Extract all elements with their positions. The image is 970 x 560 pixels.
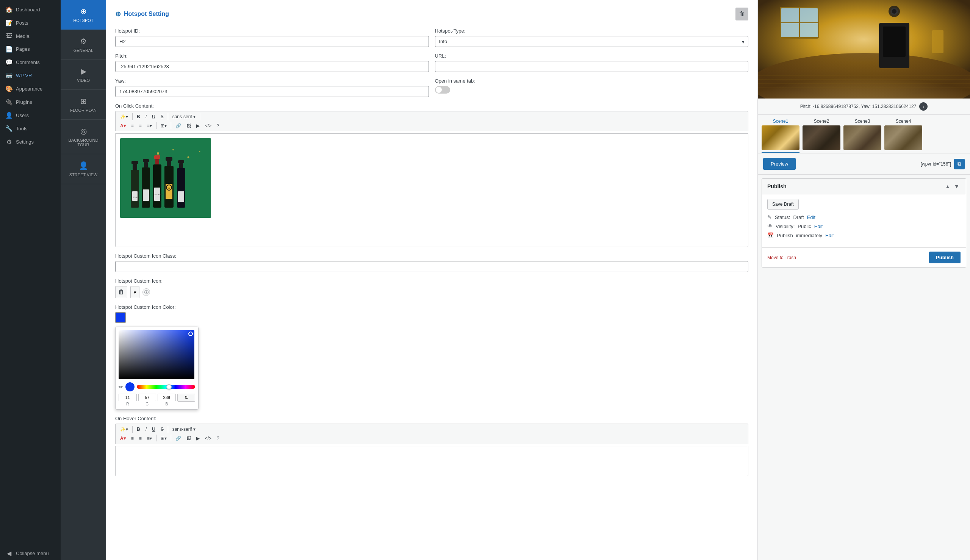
toolbar-textcolor-btn[interactable]: A▾ [118, 122, 128, 130]
panel-item-hotspot[interactable]: ⊕ HOTSPOT [61, 0, 106, 30]
sidebar-item-posts[interactable]: 📝 Posts [0, 16, 61, 30]
preview-button[interactable]: Preview [763, 158, 796, 170]
custom-icon-class-label: Hotspot Custom Icon Class: [115, 253, 748, 259]
toolbar-magic-btn[interactable]: ✨▾ [118, 113, 130, 120]
svg-rect-7 [133, 164, 137, 170]
copy-shortcode-button[interactable]: ⧉ [954, 159, 965, 169]
toolbar-h-textcolor-btn[interactable]: A▾ [118, 435, 128, 442]
g-input[interactable] [138, 394, 157, 401]
sidebar-item-wpvr[interactable]: 🥽 WP VR [0, 69, 61, 82]
toolbar-strike-btn[interactable]: S̶ [158, 113, 166, 120]
toolbar-underline-btn[interactable]: U [150, 113, 158, 120]
eyedropper-button[interactable]: ✏ [118, 384, 123, 390]
arrow-down-button[interactable]: ↓ [919, 102, 928, 111]
sidebar-item-comments[interactable]: 💬 Comments [0, 56, 61, 69]
sidebar-item-settings[interactable]: ⚙ Settings [0, 135, 61, 148]
hotspot-id-input[interactable] [115, 36, 429, 47]
color-gradient[interactable] [118, 330, 194, 379]
scene4-thumbnail [884, 125, 922, 150]
toolbar-h-underline-btn[interactable]: U [150, 425, 158, 433]
url-input[interactable] [435, 61, 749, 72]
toolbar-ul-btn[interactable]: ≡ [129, 122, 136, 130]
publish-button[interactable]: Publish [929, 252, 960, 263]
status-edit-link[interactable]: Edit [807, 215, 815, 220]
rgb-mode-button[interactable]: ⇅ [177, 394, 195, 402]
hotspot-type-select[interactable]: Info URL Scene Video [435, 36, 749, 47]
b-input[interactable] [158, 394, 176, 401]
panel-item-video[interactable]: ▶ VIDEO [61, 60, 106, 90]
toolbar-h-magic-btn[interactable]: ✨▾ [118, 425, 130, 433]
hotspot-id-label: Hotspot ID: [115, 28, 429, 34]
toolbar-sep-5 [171, 122, 171, 129]
toolbar-h-table-btn[interactable]: ⊞▾ [158, 435, 169, 442]
toolbar-h-align-btn[interactable]: ≡▾ [145, 435, 154, 442]
panel-sidebar: ⊕ HOTSPOT ⚙ GENERAL ▶ VIDEO ⊞ FLOOR PLAN… [61, 0, 106, 560]
toolbar-image-btn[interactable]: 🖼 [184, 122, 193, 130]
delete-hotspot-button[interactable]: 🗑 [735, 8, 748, 20]
yaw-input[interactable] [115, 86, 429, 97]
panel-item-bgtour[interactable]: ◎ BACKGROUND TOUR [61, 120, 106, 154]
panel-item-streetview[interactable]: 👤 STREET VIEW [61, 154, 106, 184]
toolbar-media-btn[interactable]: ▶ [194, 122, 202, 130]
collapse-down-button[interactable]: ▼ [953, 183, 960, 190]
editor-body-onclick[interactable]: JONS BOURGOG [115, 133, 748, 247]
toolbar-h-help-btn[interactable]: ? [215, 435, 222, 442]
toolbar-help-btn[interactable]: ? [215, 122, 222, 130]
move-to-trash-link[interactable]: Move to Trash [767, 255, 796, 260]
toolbar-h-ul-btn[interactable]: ≡ [129, 435, 136, 442]
hue-thumb[interactable] [166, 384, 172, 390]
sidebar-item-media[interactable]: 🖼 Media [0, 30, 61, 42]
toolbar-bold-btn[interactable]: B [135, 113, 142, 120]
timing-edit-link[interactable]: Edit [825, 233, 833, 238]
scene-tab-1[interactable]: Scene1 [762, 118, 800, 153]
toolbar-link-btn[interactable]: 🔗 [173, 122, 183, 130]
sidebar-item-label: Tools [16, 126, 27, 132]
scene-tab-3[interactable]: Scene3 [843, 118, 881, 153]
panel-item-general[interactable]: ⚙ GENERAL [61, 30, 106, 60]
editor-toolbar-hover: ✨▾ B I U S̶ sans-serif ▾ A▾ ≡ ≡ ≡▾ ⊞▾ 🔗 [115, 423, 748, 444]
toolbar-h-code-btn[interactable]: </> [203, 435, 214, 442]
b-field-group: B [158, 394, 176, 406]
color-cursor[interactable] [188, 332, 193, 336]
copy-icon: ⧉ [957, 161, 961, 167]
sidebar-item-pages[interactable]: 📄 Pages [0, 42, 61, 56]
toolbar-italic-btn[interactable]: I [143, 113, 149, 120]
editor-body-hover[interactable] [115, 446, 748, 476]
sidebar-item-tools[interactable]: 🔧 Tools [0, 122, 61, 135]
open-tab-toggle[interactable] [435, 86, 450, 93]
sidebar-item-users[interactable]: 👤 Users [0, 109, 61, 122]
sidebar-item-dashboard[interactable]: 🏠 Dashboard [0, 3, 61, 16]
toolbar-h-image-btn[interactable]: 🖼 [184, 435, 193, 442]
toolbar-h-italic-btn[interactable]: I [143, 425, 149, 433]
icon-dropdown-button[interactable]: ▾ [130, 286, 140, 298]
toolbar-code-btn[interactable]: </> [203, 122, 214, 130]
icon-info-button[interactable]: ⓘ [142, 288, 150, 296]
panel-item-floorplan[interactable]: ⊞ FLOOR PLAN [61, 90, 106, 120]
toolbar-table-btn[interactable]: ⊞▾ [158, 122, 169, 130]
pitch-input[interactable] [115, 61, 429, 72]
sidebar-item-collapse[interactable]: ◀ Collapse menu [0, 547, 61, 560]
icon-picker-button[interactable]: 🗑 [115, 286, 127, 298]
hotspot-type-label: Hotspot-Type: [435, 28, 749, 34]
toolbar-h-font-btn[interactable]: sans-serif ▾ [170, 425, 198, 433]
toolbar-h-media-btn[interactable]: ▶ [194, 435, 202, 442]
toolbar-h-bold-btn[interactable]: B [135, 425, 142, 433]
toolbar-ol-btn[interactable]: ≡ [137, 122, 144, 130]
toolbar-h-strike-btn[interactable]: S̶ [158, 425, 166, 433]
scene-tab-2[interactable]: Scene2 [803, 118, 840, 153]
svg-rect-13 [142, 167, 150, 208]
r-input[interactable] [118, 394, 137, 401]
hue-slider[interactable] [137, 385, 195, 389]
sidebar-item-appearance[interactable]: 🎨 Appearance [0, 82, 61, 95]
sidebar-item-plugins[interactable]: 🔌 Plugins [0, 95, 61, 109]
visibility-edit-link[interactable]: Edit [814, 223, 823, 229]
color-swatch[interactable] [115, 312, 126, 323]
toolbar-h-link-btn[interactable]: 🔗 [173, 435, 183, 442]
toolbar-h-ol-btn[interactable]: ≡ [137, 435, 144, 442]
save-draft-button[interactable]: Save Draft [767, 199, 799, 210]
custom-icon-class-input[interactable] [115, 261, 748, 272]
scene-tab-4[interactable]: Scene4 [884, 118, 922, 153]
toolbar-font-btn[interactable]: sans-serif ▾ [170, 113, 198, 120]
collapse-up-button[interactable]: ▲ [944, 183, 952, 190]
toolbar-align-btn[interactable]: ≡▾ [145, 122, 154, 130]
